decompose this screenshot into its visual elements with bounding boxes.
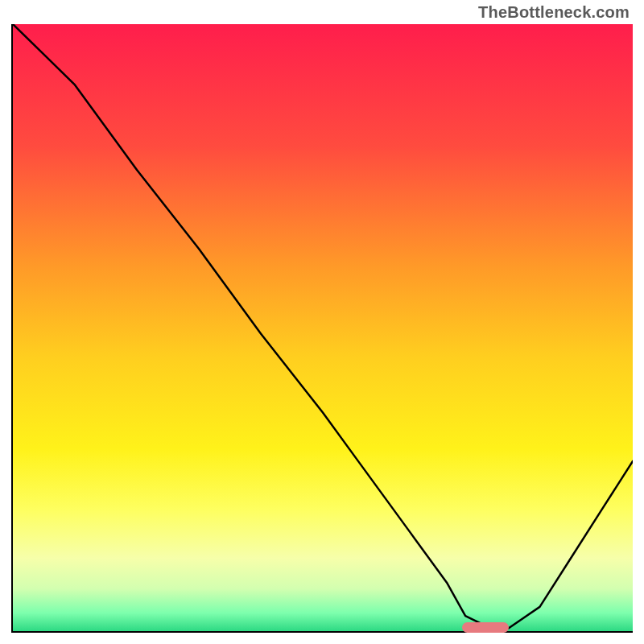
bottleneck-curve	[13, 24, 633, 628]
plot-area	[11, 24, 633, 633]
curve-layer	[13, 24, 633, 631]
optimal-marker	[462, 622, 509, 633]
watermark-text: TheBottleneck.com	[478, 3, 630, 22]
